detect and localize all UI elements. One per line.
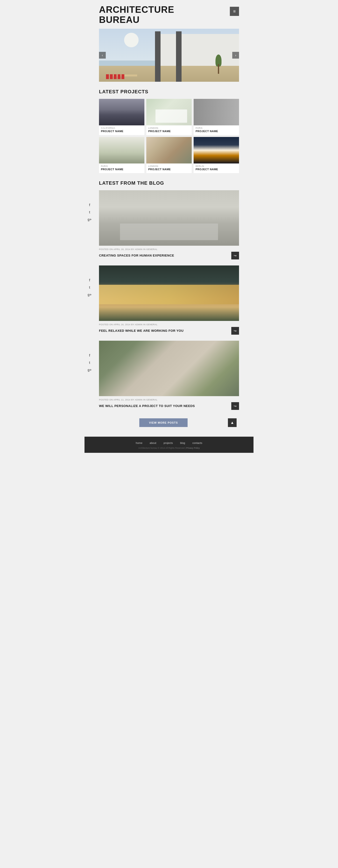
blog-section: LATEST FROM THE BLOG f t g+ POSTED ON AP…	[84, 180, 254, 437]
view-more-section: VIEW MORE POSTS ▲	[84, 416, 254, 432]
footer-nav-projects[interactable]: projects	[164, 441, 173, 444]
blog-post-title-3: WE WILL PERSONALIZE A PROJECT TO SUIT YO…	[99, 404, 195, 408]
hero-chair-5	[121, 74, 124, 79]
blog-post-1: f t g+ POSTED ON APRIL 18, 2014 BY ADMIN…	[84, 190, 254, 259]
project-location: LONDON	[148, 165, 190, 167]
footer-copyright: Architecture bureau © 2014 All Rights Re…	[99, 447, 239, 449]
project-location: PARIS	[101, 165, 142, 167]
share-button-3[interactable]: ↪	[231, 402, 239, 410]
blog-post-title-row-1: CREATING SPACES FOR HUMAN EXPERIENCE ↪	[84, 252, 254, 259]
blog-social-2: f t g+	[87, 278, 92, 297]
project-name: PROJECT NAME	[101, 168, 142, 171]
project-info: LONDON PROJECT NAME	[146, 125, 192, 135]
blog-post-title-row-3: WE WILL PERSONALIZE A PROJECT TO SUIT YO…	[84, 402, 254, 410]
facebook-icon[interactable]: f	[87, 278, 92, 283]
blog-post-image-1	[99, 190, 239, 246]
footer-nav: home about projects blog contacts	[99, 441, 239, 444]
menu-button[interactable]: ≡	[230, 7, 239, 16]
site-title: ARCHITECTURE BUREAU	[99, 5, 174, 25]
project-name: PROJECT NAME	[196, 130, 237, 133]
footer: home about projects blog contacts Archit…	[84, 437, 254, 453]
blog-post-meta-2: POSTED ON APRIL 16, 2014 BY ADMIN IN GEN…	[84, 321, 254, 327]
blog-post-3: f t g+ POSTED ON APRIL 11, 2014 BY ADMIN…	[84, 341, 254, 410]
blog-post-2: f t g+ POSTED ON APRIL 16, 2014 BY ADMIN…	[84, 266, 254, 335]
project-info: LONDON PROJECT NAME	[146, 163, 192, 173]
projects-section-title: LATEST PROJECTS	[99, 89, 239, 94]
twitter-icon[interactable]: t	[87, 285, 92, 290]
project-card[interactable]: LONDON PROJECT NAME	[146, 99, 192, 135]
project-card[interactable]: PARIS PROJECT NAME	[194, 99, 239, 135]
blog-social-1: f t g+	[87, 202, 92, 222]
blog-post-title-row-2: FEEL RELAXED WHILE WE ARE WORKING FOR YO…	[84, 327, 254, 335]
project-info: BERLIN PROJECT NAME	[194, 163, 239, 173]
hero-chair-2	[110, 74, 113, 79]
project-card[interactable]: LONDON PROJECT NAME	[146, 137, 192, 173]
share-button-2[interactable]: ↪	[231, 327, 239, 335]
blog-post-meta-1: POSTED ON APRIL 18, 2014 BY ADMIN IN GEN…	[84, 246, 254, 252]
hero-image	[99, 29, 239, 82]
project-info: CALIFORNIA PROJECT NAME	[99, 125, 144, 135]
scroll-top-button[interactable]: ▲	[228, 418, 236, 427]
project-image	[99, 99, 144, 125]
project-image	[194, 99, 239, 125]
hero-window-frame-2	[176, 31, 181, 82]
hero-window-frame-1	[155, 31, 161, 82]
header: ARCHITECTURE BUREAU ≡	[84, 0, 254, 29]
hero-chair-4	[118, 74, 120, 79]
blog-social-3: f t g+	[87, 353, 92, 373]
view-more-button[interactable]: VIEW MORE POSTS	[139, 418, 188, 427]
project-location: LONDON	[148, 127, 190, 129]
googleplus-icon[interactable]: g+	[87, 292, 92, 297]
hero-chairs	[106, 74, 124, 79]
project-name: PROJECT NAME	[148, 130, 190, 133]
share-button-1[interactable]: ↪	[231, 252, 239, 259]
project-location: BERLIN	[196, 165, 237, 167]
project-name: PROJECT NAME	[196, 168, 237, 171]
blog-post-image-2	[99, 266, 239, 321]
project-card[interactable]: BERLIN PROJECT NAME	[194, 137, 239, 173]
blog-post-meta-3: POSTED ON APRIL 11, 2014 BY ADMIN IN GEN…	[84, 396, 254, 402]
footer-nav-contacts[interactable]: contacts	[192, 441, 202, 444]
hero-tree-trunk	[218, 64, 219, 74]
facebook-icon[interactable]: f	[87, 202, 92, 208]
project-image	[99, 137, 144, 163]
project-info: PARIS PROJECT NAME	[194, 125, 239, 135]
hero-next-button[interactable]: ›	[232, 52, 239, 59]
project-name: PROJECT NAME	[148, 168, 190, 171]
blog-section-title: LATEST FROM THE BLOG	[84, 180, 254, 186]
hero-slider: ‹ ›	[99, 29, 239, 82]
googleplus-icon[interactable]: g+	[87, 217, 92, 222]
hero-prev-button[interactable]: ‹	[99, 52, 106, 59]
footer-nav-home[interactable]: home	[136, 441, 142, 444]
hero-tree	[215, 55, 222, 74]
blog-post-image-3	[99, 341, 239, 396]
project-location: PARIS	[196, 127, 237, 129]
project-name: PROJECT NAME	[101, 130, 142, 133]
project-card[interactable]: CALIFORNIA PROJECT NAME	[99, 99, 144, 135]
footer-nav-about[interactable]: about	[150, 441, 157, 444]
footer-nav-blog[interactable]: blog	[180, 441, 185, 444]
project-location: CALIFORNIA	[101, 127, 142, 129]
latest-projects-section: LATEST PROJECTS CALIFORNIA PROJECT NAME …	[84, 89, 254, 180]
hero-chair-3	[114, 74, 117, 79]
twitter-icon[interactable]: t	[87, 360, 92, 365]
twitter-icon[interactable]: t	[87, 210, 92, 215]
project-image	[194, 137, 239, 163]
hero-chair-1	[106, 74, 109, 79]
blog-post-title-1: CREATING SPACES FOR HUMAN EXPERIENCE	[99, 254, 174, 257]
footer-privacy-link[interactable]: Privacy Policy	[186, 447, 200, 449]
project-image	[146, 99, 192, 125]
facebook-icon[interactable]: f	[87, 353, 92, 358]
blog-post-title-2: FEEL RELAXED WHILE WE ARE WORKING FOR YO…	[99, 329, 184, 333]
projects-grid: CALIFORNIA PROJECT NAME LONDON PROJECT N…	[99, 99, 239, 173]
project-card[interactable]: PARIS PROJECT NAME	[99, 137, 144, 173]
project-image	[146, 137, 192, 163]
project-info: PARIS PROJECT NAME	[99, 163, 144, 173]
googleplus-icon[interactable]: g+	[87, 367, 92, 373]
